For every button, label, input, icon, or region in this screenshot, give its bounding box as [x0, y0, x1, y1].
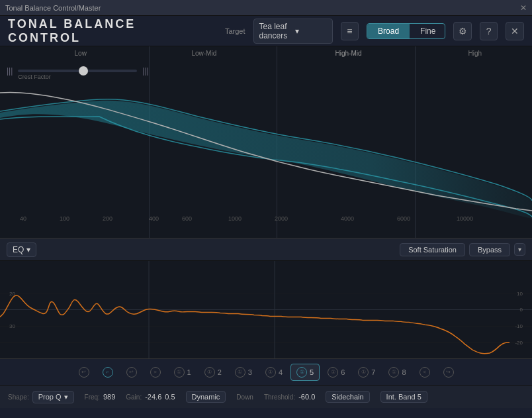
band-btn-num6[interactable]: ① 6 [322, 364, 350, 380]
band-btn-hishelf[interactable]: < [414, 364, 435, 380]
section-low: Low [75, 50, 87, 57]
band-btn-num7[interactable]: ① 7 [353, 364, 380, 380]
freq-2000: 2000 [275, 215, 288, 222]
freq-param: Freq: 989 [85, 393, 116, 401]
freq-200: 200 [103, 215, 112, 222]
band-icon-num2: ① [204, 367, 215, 378]
svg-text:-20: -20 [515, 340, 523, 346]
power-button[interactable]: ✕ [506, 22, 524, 40]
settings-button[interactable]: ⚙ [453, 22, 472, 40]
gain-extra: 0.5 [165, 393, 175, 401]
eq-label: EQ [13, 245, 24, 254]
eq-right-controls: Soft Saturation Bypass ▾ [400, 243, 525, 256]
band-icon-num3: ① [235, 367, 245, 378]
freq-400: 400 [149, 215, 159, 222]
eq-type-dropdown[interactable]: EQ ▾ [7, 242, 36, 257]
band-btn-num4[interactable]: ① 4 [260, 364, 288, 380]
band-icon-hishelf: < [420, 367, 430, 378]
teal-band [0, 101, 532, 219]
band-icon-num1: ① [174, 367, 185, 378]
eq-menu-dropdown[interactable]: ▾ [514, 243, 525, 256]
shape-value: Prop Q [38, 393, 62, 401]
broad-fine-toggle: Broad Fine [367, 23, 445, 39]
preset-value: Tea leaf dancers [259, 22, 291, 40]
eq-toolbar: EQ ▾ Soft Saturation Bypass ▾ [0, 238, 532, 261]
band-label-3: 3 [248, 368, 252, 376]
title-bar: Tonal Balance Control/Master ✕ [0, 0, 532, 16]
freq-40: 40 [20, 215, 26, 222]
band-icon-1: ⌐ [103, 367, 113, 378]
band-icon-3: > [150, 367, 161, 378]
dropdown-arrow-icon: ▾ [295, 26, 327, 36]
band-btn-loshelf[interactable]: ⌐ [97, 364, 118, 380]
band-icon-0: ↩ [79, 367, 89, 378]
help-icon: ? [486, 26, 492, 36]
band-label-5: 5 [310, 368, 314, 376]
help-button[interactable]: ? [480, 22, 498, 40]
header: TONAL BALANCE CONTROL Target Tea leaf da… [0, 16, 532, 46]
svg-text:10: 10 [517, 291, 523, 297]
band-btn-num3[interactable]: ① 3 [230, 364, 257, 380]
close-button[interactable]: ✕ [520, 3, 527, 13]
band-btn-num2[interactable]: ① 2 [199, 364, 227, 380]
band-btn-num5[interactable]: ① 5 [290, 364, 320, 381]
svg-text:30: 30 [9, 323, 15, 329]
target-label: Target [225, 27, 245, 35]
params-bar: Shape: Prop Q ▾ Freq: 989 Gain: -24.6 0.… [0, 386, 532, 408]
bypass-label: Bypass [478, 246, 502, 254]
title-text: Tonal Balance Control/Master [5, 4, 101, 12]
shape-param: Shape: Prop Q ▾ [8, 391, 74, 403]
gain-label: Gain: [126, 393, 142, 401]
band-label-8: 8 [402, 368, 406, 376]
svg-text:0: 0 [520, 307, 523, 313]
freq-10000: 10000 [457, 215, 473, 222]
eq-graph-area: 10 0 -10 -20 20 30 [0, 261, 532, 359]
eq-dropdown-arrow: ▾ [26, 245, 30, 254]
band-icon-num8: ① [388, 367, 399, 378]
settings-icon: ⚙ [459, 26, 467, 36]
intband-label: Int. Band 5 [386, 393, 421, 401]
preset-dropdown[interactable]: Tea leaf dancers ▾ [253, 19, 333, 44]
band-btn-2[interactable]: ↩ [121, 364, 142, 380]
thresh-param: Threshold: -60.0 [264, 393, 315, 401]
freq-4000: 4000 [341, 215, 354, 222]
freq-6000: 6000 [397, 215, 410, 222]
shape-dropdown[interactable]: Prop Q ▾ [32, 391, 74, 403]
section-high: High [468, 50, 482, 57]
bypass-button[interactable]: Bypass [469, 243, 510, 256]
freq-value: 989 [103, 393, 115, 401]
menu-button[interactable]: ≡ [341, 22, 359, 40]
fine-button[interactable]: Fine [410, 24, 445, 38]
gain-param: Gain: -24.6 0.5 [126, 393, 175, 401]
power-icon: ✕ [511, 26, 519, 36]
band-btn-hishelf2[interactable]: ↪ [438, 364, 459, 380]
section-highmid: High-Mid [335, 50, 362, 57]
freq-label: Freq: [85, 393, 100, 401]
band-icon-2: ↩ [126, 367, 137, 378]
band-btn-1[interactable]: ① 1 [169, 364, 197, 380]
sidechain-dropdown[interactable]: Sidechain [326, 391, 369, 403]
band-icon-num5: ① [296, 367, 307, 378]
broad-button[interactable]: Broad [367, 24, 410, 38]
band-label-1: 1 [187, 368, 191, 376]
band-label-4: 4 [279, 368, 283, 376]
down-label: Down [236, 393, 253, 401]
band-btn-num8[interactable]: ① 8 [383, 364, 411, 380]
band-btn-loshelf-reset[interactable]: ↩ [73, 364, 95, 380]
app-title: TONAL BALANCE CONTROL [8, 17, 210, 45]
spectrum-svg: 40 100 200 400 600 1000 2000 4000 6000 1… [0, 60, 532, 222]
intband-dropdown[interactable]: Int. Band 5 [380, 391, 427, 403]
svg-text:-10: -10 [515, 323, 523, 329]
spectrum-area: Low Low-Mid High-Mid High ||| Crest Fact… [0, 46, 532, 238]
sidechain-label: Sidechain [332, 393, 363, 401]
band-icon-hishelf2: ↪ [443, 367, 454, 378]
band-btn-3[interactable]: > [145, 364, 166, 380]
band-label-7: 7 [371, 368, 375, 376]
shape-label: Shape: [8, 393, 29, 401]
soft-saturation-button[interactable]: Soft Saturation [400, 243, 465, 256]
dynamic-dropdown[interactable]: Dynamic [186, 391, 226, 403]
freq-600: 600 [182, 215, 192, 222]
band-icon-num6: ① [328, 367, 338, 378]
band-buttons-row: ↩ ⌐ ↩ > ① 1 ① 2 ① 3 ① 4 ① 5 ① 6 ① 7 ① 8 … [0, 359, 532, 386]
freq-100: 100 [60, 215, 69, 222]
